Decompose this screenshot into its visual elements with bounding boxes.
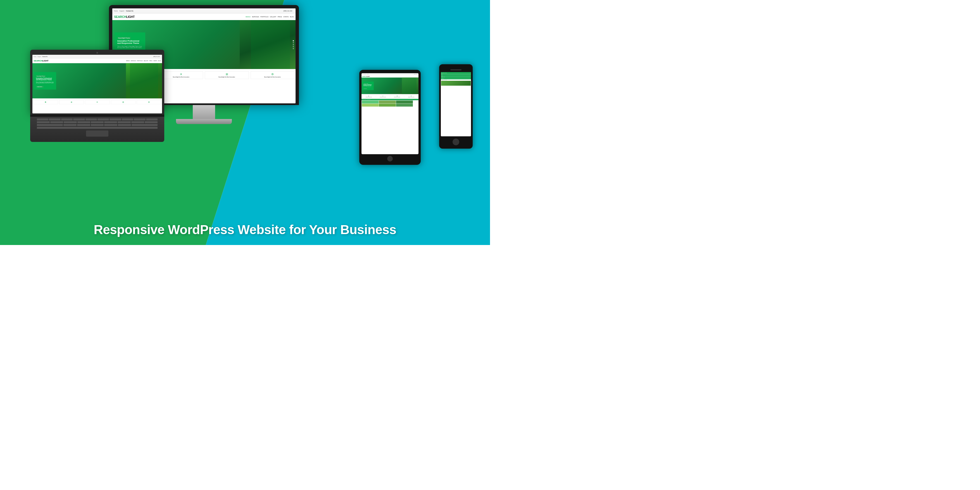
l-feat-1: ❋: [33, 100, 58, 104]
feature-3-icon: ⊞: [205, 73, 248, 76]
laptop-screen: Home Support Contact Us (000) 111-222 SE…: [32, 55, 162, 113]
key: [37, 124, 63, 126]
tablet-home-button[interactable]: [387, 156, 393, 161]
laptop-hero-image: [126, 63, 162, 98]
key: [77, 121, 90, 123]
monitor-base: [176, 119, 232, 124]
t-feat-3-icon: ⊞: [391, 95, 403, 97]
topbar-phone: (000) 111-222: [283, 10, 292, 12]
tablet-topbar: Home Support Contact Us (000) 111-222: [361, 73, 418, 75]
gallery-5: [379, 103, 396, 107]
key: [61, 118, 73, 120]
p-desc: Searchlight gives you any problem...: [441, 80, 471, 80]
t-support: Support: [364, 74, 366, 74]
nav-blog[interactable]: BLOG: [290, 16, 294, 18]
t-contact: Contact Us: [366, 74, 369, 74]
tablet-bezel: Home Support Contact Us (000) 111-222 SE…: [359, 70, 421, 165]
key: [118, 121, 130, 123]
site-topbar: Home Support Contact Us (000) 111-222: [112, 8, 296, 13]
nav-services[interactable]: SERVICES: [252, 16, 259, 18]
l-nav-staffs[interactable]: STAFFS: [153, 60, 157, 61]
feature-4-icon: ⚙: [251, 73, 294, 76]
spacebar-key: [37, 127, 158, 129]
t-hero-title: Innovative Professional and Responsive T…: [363, 84, 373, 86]
tablet-hero-image: [402, 78, 418, 94]
gallery-6: [396, 103, 413, 107]
gallery-3: [396, 100, 413, 103]
l-feat-2: ⊕: [59, 100, 84, 104]
laptop-navbar: SEARCHLIGHT MENU▾ SERVICES PORTFOLIO GAL…: [32, 58, 162, 63]
dot-5: [293, 48, 294, 49]
nav-price[interactable]: PRICE: [278, 16, 282, 18]
l-feat-5: ⚙: [137, 100, 161, 104]
phone-home-button[interactable]: [453, 138, 459, 145]
t-hero-btn[interactable]: READ MORE »: [363, 88, 368, 89]
key: [104, 121, 117, 123]
key: [118, 124, 131, 126]
phone: SEARCHLIGHT MENU PRICE FORUM THEME GALLE…: [439, 64, 473, 149]
t-feat-4-title: Searchlight the Best Innovative: [405, 97, 418, 97]
keyboard-row-3: [37, 124, 158, 126]
tablet-hero: Searchlight Theme Innovative Professiona…: [361, 78, 418, 94]
l-feat-1-icon: ❋: [34, 101, 57, 103]
tablet-features: ⊕ Searchlight the Best Innovative ✈ Sear…: [361, 94, 418, 99]
tablet-navbar: SEARCHLIGHT: [361, 75, 418, 78]
l-hero-btn[interactable]: READ MORE »: [36, 86, 44, 88]
key: [86, 118, 97, 120]
hero-dots: [293, 40, 294, 49]
laptop-bezel: Home Support Contact Us (000) 111-222 SE…: [30, 50, 164, 115]
laptop-website: Home Support Contact Us (000) 111-222 SE…: [32, 55, 162, 106]
nav-gallery[interactable]: GALLERY: [270, 16, 276, 18]
keyboard-rows: [37, 118, 158, 129]
t-logo: SEARCH: [362, 76, 366, 77]
l-nav-price[interactable]: PRICE: [149, 60, 152, 61]
key: [73, 118, 84, 120]
bottom-text: Responsive WordPress Website for Your Bu…: [0, 222, 490, 237]
key: [146, 118, 158, 120]
keyboard-row-4: [37, 127, 158, 129]
laptop-topbar: Home Support Contact Us (000) 111-222: [32, 55, 162, 58]
t-feat-1: ⊕ Searchlight the Best Innovative: [362, 95, 375, 98]
l-nav-blog[interactable]: BLOG: [158, 60, 161, 61]
l-topbar-support: Support: [37, 56, 41, 57]
l-nav-gallery[interactable]: GALLERY: [143, 60, 148, 61]
hero-tag: Searchlight Theme: [117, 37, 131, 39]
laptop-hinge: [30, 115, 164, 117]
t-hero-tag: Searchlight Theme: [363, 83, 369, 84]
l-hero-subtitle: This is a Test Image for Searchlight The…: [36, 81, 54, 84]
p-logo-light: LIGHT: [444, 72, 447, 73]
l-nav-services[interactable]: SERVICES: [131, 60, 136, 61]
dot-3: [293, 44, 294, 45]
t-feat-3-title: Searchlight the Best Innovative: [391, 97, 403, 97]
t-home: Home: [362, 74, 363, 74]
key: [50, 121, 63, 123]
key: [131, 121, 144, 123]
l-nav-portfolio[interactable]: PORTFOLIO: [137, 60, 143, 61]
gallery-4: [362, 103, 379, 107]
laptop-camera: [96, 52, 98, 54]
key: [91, 121, 103, 123]
feature-2-icon: ✈: [160, 73, 202, 76]
laptop-touchpad: [86, 130, 108, 137]
p-logo-search: SEARCH: [441, 72, 445, 73]
nav-portfolio[interactable]: PORTFOLIO: [260, 16, 269, 18]
key: [49, 118, 60, 120]
dot-2: [293, 42, 294, 43]
feature-2: ✈ Searchlight the Best Innovative: [159, 71, 204, 79]
key: [97, 118, 109, 120]
tablet-website: Home Support Contact Us (000) 111-222 SE…: [361, 73, 418, 107]
key: [145, 121, 158, 123]
t-feat-2-icon: ✈: [376, 95, 389, 97]
nav-menu[interactable]: MENU▾: [245, 16, 251, 18]
hero-subtitle: This is a Test Image for Searchlight The…: [117, 46, 143, 48]
l-feat-4-icon: ⊞: [111, 101, 135, 103]
l-nav-menu[interactable]: MENU▾: [126, 60, 130, 61]
t-logo-2: LIGHT: [366, 76, 370, 77]
hero-title: Innovative Professional and Responsive T…: [117, 40, 143, 45]
nav-staffs[interactable]: STAFFS: [283, 16, 289, 18]
tablet: Home Support Contact Us (000) 111-222 SE…: [359, 70, 421, 165]
keyboard-row-2: [37, 121, 158, 123]
t-feat-2-title: Searchlight the Best Innovative: [376, 97, 389, 97]
key: [77, 124, 90, 126]
t-hero-subtitle: This is a Test Image for Searchlight The…: [363, 86, 373, 87]
